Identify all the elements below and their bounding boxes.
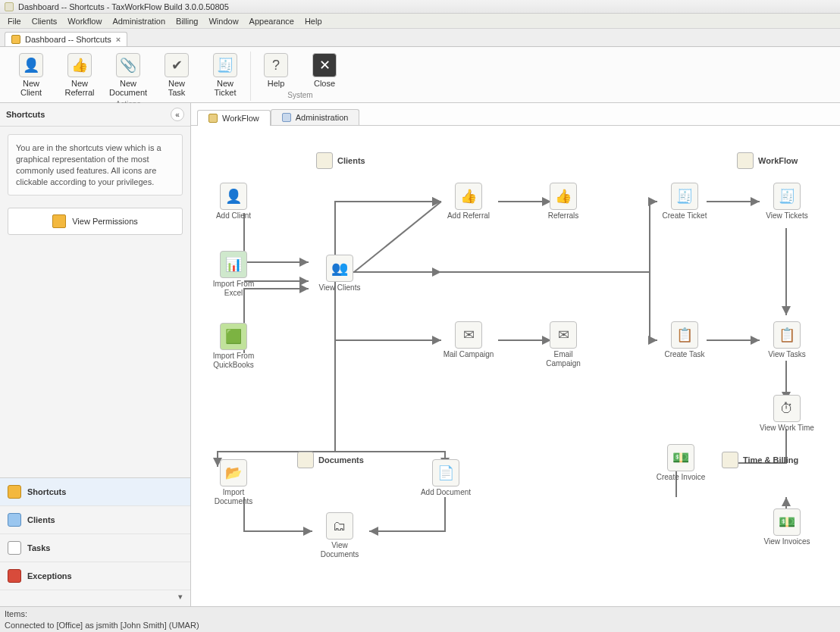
invoice-icon: 💵 [667, 444, 694, 471]
doc-tab-close-icon[interactable]: × [116, 35, 121, 44]
mail-icon: ✉ [455, 321, 482, 349]
ribbon-new-client-button[interactable]: 👤 NewClient [11, 52, 52, 99]
view-permissions-button[interactable]: View Permissions [8, 208, 183, 235]
node-add-client[interactable]: 👤 Add Client [206, 183, 261, 221]
node-view-documents[interactable]: 🗂 View Documents [312, 512, 367, 558]
node-view-invoices[interactable]: 💵 View Invoices [760, 508, 814, 546]
ribbon-group-system: ? Help ✕ Close System [251, 52, 349, 101]
clients-icon [8, 513, 21, 527]
sidebar-title: Shortcuts [6, 110, 45, 119]
ribbon-help-button[interactable]: ? Help [255, 52, 296, 89]
window-title: Dashboard -- Shortcuts - TaxWorkFlow Bui… [18, 2, 229, 11]
view-docs-icon: 🗂 [326, 512, 353, 540]
lock-icon [52, 214, 66, 228]
node-import-documents[interactable]: 📂 Import Documents [206, 459, 261, 505]
checklist-icon: ✔ [165, 53, 189, 77]
ribbon: 👤 NewClient 👍 NewReferral 📎 NewDocument … [0, 47, 840, 103]
sidebar: Shortcuts « You are in the shortcuts vie… [0, 103, 191, 606]
documents-section-icon [297, 452, 314, 468]
create-task-icon: 📋 [671, 321, 698, 349]
menu-workflow[interactable]: Workflow [63, 15, 106, 27]
ribbon-new-task-button[interactable]: ✔ NewTask [156, 52, 197, 99]
close-icon: ✕ [312, 53, 337, 77]
view-clients-icon: 👥 [326, 255, 353, 282]
status-items: Items: [5, 609, 835, 620]
paperclip-icon: 📎 [116, 53, 140, 77]
status-connection: Connected to [Office] as jsmith [John Sm… [5, 620, 835, 631]
menu-file[interactable]: File [3, 15, 26, 27]
nav-tasks[interactable]: Tasks [0, 534, 190, 562]
ribbon-new-document-button[interactable]: 📎 NewDocument [108, 52, 149, 99]
menu-clients[interactable]: Clients [27, 15, 62, 27]
admin-tab-icon [282, 113, 291, 122]
sidebar-pin-button[interactable]: « [171, 108, 184, 121]
referrals-icon: 👍 [550, 183, 577, 210]
section-documents: Documents [297, 452, 364, 468]
menu-help[interactable]: Help [300, 15, 327, 27]
doc-tab-icon [11, 35, 20, 44]
flow-arrows [191, 126, 840, 606]
clients-section-icon [316, 152, 333, 169]
thumbs-up-icon: 👍 [67, 53, 92, 77]
node-mail-campaign[interactable]: ✉ Mail Campaign [441, 321, 496, 359]
quickbooks-icon: 🟩 [220, 323, 247, 350]
help-icon: ? [264, 53, 288, 77]
section-timebilling: Time & Billing [722, 452, 798, 468]
timebilling-section-icon [722, 452, 738, 468]
import-docs-icon: 📂 [220, 459, 247, 487]
node-create-ticket[interactable]: 🧾 Create Ticket [657, 183, 712, 221]
node-view-tasks[interactable]: 📋 View Tasks [760, 321, 814, 359]
tab-workflow[interactable]: WorkFlow [197, 110, 271, 126]
ticket-icon: 🧾 [213, 53, 237, 77]
document-tab-shortcuts[interactable]: Dashboard -- Shortcuts × [5, 32, 127, 46]
view-permissions-label: View Permissions [72, 217, 138, 226]
section-clients: Clients [316, 152, 365, 169]
content-tabs: WorkFlow Administration [191, 103, 840, 126]
node-view-tickets[interactable]: 🧾 View Tickets [760, 183, 814, 221]
node-view-worktime[interactable]: ⏱ View Work Time [760, 395, 814, 433]
menu-administration[interactable]: Administration [108, 15, 170, 27]
tasks-icon [8, 541, 21, 555]
node-create-task[interactable]: 📋 Create Task [657, 321, 712, 359]
node-email-campaign[interactable]: ✉ Email Campaign [536, 321, 591, 368]
add-client-icon: 👤 [220, 183, 247, 210]
title-bar: Dashboard -- Shortcuts - TaxWorkFlow Bui… [0, 0, 840, 14]
node-import-excel[interactable]: 📊 Import From Excel [206, 251, 261, 297]
menu-billing[interactable]: Billing [171, 15, 202, 27]
nav-more-caret[interactable]: ▾ [0, 590, 190, 606]
node-create-invoice[interactable]: 💵 Create Invoice [654, 444, 708, 482]
sidebar-nav: Shortcuts Clients Tasks Exceptions ▾ [0, 477, 190, 606]
ribbon-new-ticket-button[interactable]: 🧾 NewTicket [205, 52, 246, 99]
create-ticket-icon: 🧾 [671, 183, 698, 210]
ribbon-close-button[interactable]: ✕ Close [304, 52, 345, 89]
node-add-document[interactable]: 📄 Add Document [418, 459, 473, 497]
workflow-section-icon [737, 152, 754, 169]
email-icon: ✉ [550, 321, 577, 349]
node-referrals[interactable]: 👍 Referrals [536, 183, 591, 221]
sidebar-header: Shortcuts « [0, 103, 190, 127]
ribbon-new-referral-button[interactable]: 👍 NewReferral [59, 52, 100, 99]
ribbon-group-actions: 👤 NewClient 👍 NewReferral 📎 NewDocument … [6, 52, 251, 101]
view-invoices-icon: 💵 [773, 508, 801, 536]
content-area: WorkFlow Administration [191, 103, 840, 606]
section-workflow: WorkFlow [737, 152, 798, 169]
sidebar-info: You are in the shortcuts view which is a… [8, 134, 183, 196]
nav-shortcuts[interactable]: Shortcuts [0, 478, 190, 506]
node-view-clients[interactable]: 👥 View Clients [312, 255, 367, 293]
tab-administration[interactable]: Administration [271, 109, 360, 125]
menu-window[interactable]: Window [204, 15, 243, 27]
view-tickets-icon: 🧾 [773, 183, 801, 210]
view-tasks-icon: 📋 [773, 321, 801, 349]
node-import-quickbooks[interactable]: 🟩 Import From QuickBooks [206, 323, 261, 369]
nav-clients[interactable]: Clients [0, 506, 190, 534]
menu-appearance[interactable]: Appearance [245, 15, 299, 27]
app-icon [5, 2, 14, 11]
nav-exceptions[interactable]: Exceptions [0, 562, 190, 590]
menu-bar: File Clients Workflow Administration Bil… [0, 14, 840, 29]
workflow-canvas: Clients WorkFlow Documents Time & Billin… [191, 126, 840, 606]
document-tabstrip: Dashboard -- Shortcuts × [0, 29, 840, 47]
exceptions-icon [8, 569, 21, 583]
node-add-referral[interactable]: 👍 Add Referral [441, 183, 496, 221]
shortcuts-icon [8, 485, 21, 499]
excel-icon: 📊 [220, 251, 247, 278]
